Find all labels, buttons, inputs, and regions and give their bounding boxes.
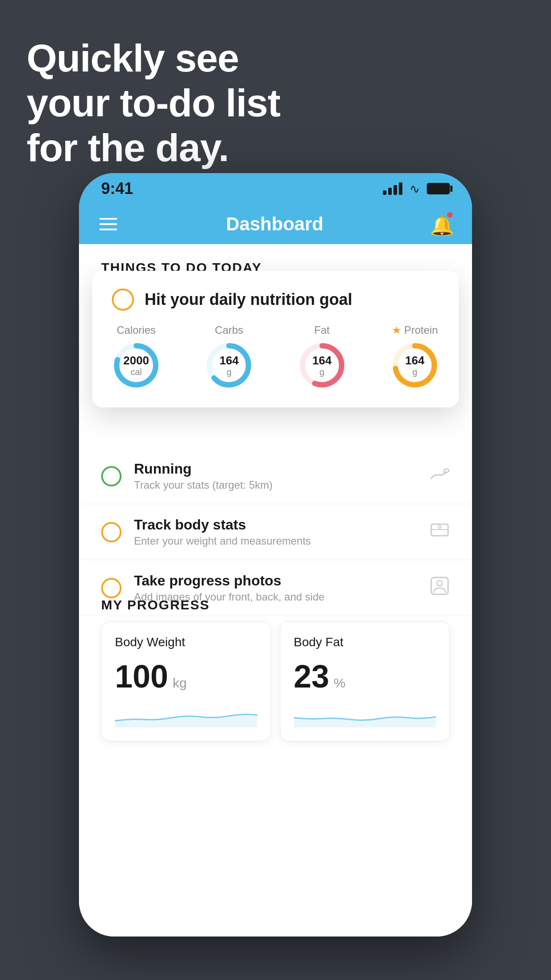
nutrition-carbs: Carbs 164 g [205, 324, 253, 390]
carbs-value: 164 [220, 354, 239, 367]
star-icon: ★ [392, 324, 401, 336]
nutrition-checkbox[interactable] [112, 288, 134, 311]
carbs-unit: g [220, 367, 239, 376]
fat-donut: 164 g [298, 341, 346, 390]
protein-value: 164 [405, 354, 424, 367]
nutrition-protein: ★ Protein 164 g [390, 324, 439, 390]
body-fat-unit: % [334, 676, 346, 691]
progress-header: MY PROGRESS [79, 581, 472, 621]
body-weight-card[interactable]: Body Weight 100 kg [101, 621, 271, 741]
todo-body-stats[interactable]: Track body stats Enter your weight and m… [79, 504, 472, 560]
calories-donut: 2000 cal [112, 341, 161, 390]
phone-mockup: 9:41 ∿ Dashboard ▲ 🔔 THINGS TO DO TODAY [79, 173, 472, 937]
battery-icon [427, 183, 450, 194]
status-icons: ∿ [383, 182, 450, 196]
nutrition-card: Hit your daily nutrition goal Calories 2… [92, 271, 459, 407]
content-area: THINGS TO DO TODAY Hit your daily nutrit… [79, 244, 472, 937]
running-subtitle: Track your stats (target: 5km) [134, 479, 415, 491]
nav-title: Dashboard [226, 213, 323, 235]
headline-line1: Quickly see [27, 36, 280, 80]
running-icon [428, 465, 450, 487]
svg-point-11 [438, 526, 441, 528]
status-time: 9:41 [101, 179, 133, 198]
headline-line2: your to-do list [27, 80, 280, 125]
body-weight-value: 100 [115, 658, 168, 695]
headline: Quickly see your to-do list for the day. [27, 36, 280, 170]
fat-unit: g [312, 367, 331, 376]
running-title: Running [134, 461, 415, 477]
calories-value: 2000 [123, 354, 149, 367]
progress-cards: Body Weight 100 kg Body Fat [79, 621, 472, 741]
protein-unit: g [405, 367, 424, 376]
carbs-donut: 164 g [205, 341, 253, 390]
carbs-label: Carbs [215, 324, 243, 336]
fat-value: 164 [312, 354, 331, 367]
status-bar: 9:41 ∿ [79, 173, 472, 204]
menu-button[interactable] [99, 218, 117, 230]
body-weight-chart [115, 705, 257, 727]
nutrition-card-title: Hit your daily nutrition goal [145, 290, 352, 309]
protein-donut: 164 g [390, 341, 439, 390]
nutrition-grid: Calories 2000 cal Carbs [112, 324, 439, 390]
body-stats-checkbox[interactable] [101, 522, 122, 542]
body-stats-title: Track body stats [134, 517, 417, 533]
body-weight-unit: kg [173, 676, 187, 691]
headline-line3: for the day. [27, 125, 280, 170]
body-fat-title: Body Fat [294, 635, 436, 649]
nav-bar: Dashboard ▲ 🔔 [79, 204, 472, 244]
running-checkbox[interactable] [101, 466, 122, 486]
calories-unit: cal [123, 367, 149, 376]
body-fat-value: 23 [294, 658, 329, 695]
todo-running[interactable]: Running Track your stats (target: 5km) [79, 448, 472, 504]
signal-icon [383, 182, 402, 195]
notification-button[interactable]: ▲ 🔔 [432, 213, 452, 235]
body-stats-subtitle: Enter your weight and measurements [134, 535, 417, 547]
progress-section: MY PROGRESS Body Weight 100 kg [79, 581, 472, 741]
body-fat-card[interactable]: Body Fat 23 % [280, 621, 450, 741]
wifi-icon: ∿ [409, 182, 420, 196]
body-weight-title: Body Weight [115, 635, 257, 649]
scale-icon [429, 520, 450, 544]
svg-point-8 [443, 468, 449, 474]
protein-label: ★ Protein [392, 324, 438, 336]
nutrition-calories: Calories 2000 cal [112, 324, 161, 390]
calories-label: Calories [117, 324, 156, 336]
fat-label: Fat [314, 324, 330, 336]
nutrition-fat: Fat 164 g [298, 324, 346, 390]
body-fat-chart [294, 705, 436, 727]
